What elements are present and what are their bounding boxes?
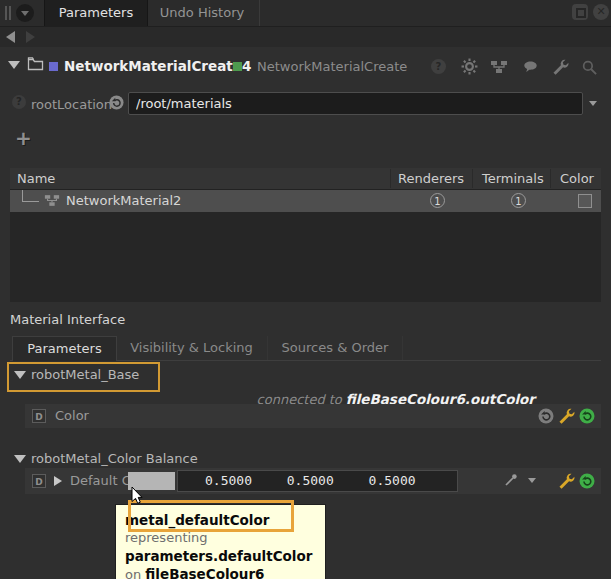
material-name: NetworkMaterial2: [66, 190, 181, 212]
highlight-box-tooltip: [128, 500, 294, 532]
value-b[interactable]: 0.5000: [369, 471, 416, 491]
forward-arrow-icon[interactable]: [26, 31, 35, 43]
node-flag-blue[interactable]: [49, 62, 58, 71]
back-arrow-icon[interactable]: [6, 31, 15, 43]
tab-undo-history[interactable]: Undo History: [146, 0, 258, 26]
drag-grip-icon[interactable]: [9, 6, 11, 20]
tooltip-param-path: parameters.defaultColor: [125, 547, 325, 565]
materials-table: Name Renderers Terminals Color NetworkMa…: [10, 168, 601, 302]
group-collapse-toggle[interactable]: [14, 455, 26, 463]
help-icon[interactable]: ?: [12, 95, 26, 109]
state-green-icon[interactable]: [579, 473, 595, 489]
tooltip-node-line: on fileBaseColour6: [125, 565, 325, 579]
network-material-icon: [44, 194, 60, 207]
group-name-color-balance[interactable]: robotMetal_Color Balance: [31, 451, 198, 466]
folder-icon: [27, 56, 44, 71]
column-renderers: Renderers: [398, 168, 464, 189]
mouse-cursor-icon: [131, 486, 145, 506]
parameters-panel: Parameters Undo History ✕ NetworkMateria…: [0, 0, 611, 579]
column-separator: [472, 169, 473, 188]
wrench-icon[interactable]: [551, 58, 569, 76]
column-separator: [390, 169, 391, 188]
drag-grip-icon[interactable]: [5, 6, 7, 20]
tab-separator: [259, 0, 260, 26]
tree-branch-icon: [22, 190, 23, 201]
param-label-color: Color: [55, 408, 89, 423]
chevron-down-icon[interactable]: [589, 101, 597, 106]
node-name[interactable]: NetworkMaterialCreate4: [64, 58, 251, 74]
panel-menu-button[interactable]: [16, 4, 34, 22]
tooltip-on-prefix: on: [125, 567, 141, 579]
add-material-button[interactable]: +: [15, 126, 32, 150]
gear-icon[interactable]: [461, 58, 478, 75]
expand-toggle[interactable]: [54, 476, 62, 486]
panel-tab-bar: Parameters Undo History ✕: [0, 0, 611, 27]
value-r[interactable]: 0.5000: [205, 471, 252, 491]
drag-handle-badge[interactable]: D: [32, 409, 46, 423]
chevron-down-icon[interactable]: [528, 478, 536, 483]
column-color: Color: [560, 168, 594, 189]
comment-bubble-icon[interactable]: [522, 59, 539, 75]
wrench-gold-icon[interactable]: [557, 472, 575, 490]
table-header: Name Renderers Terminals Color: [10, 168, 601, 190]
mi-tab-visibility-locking[interactable]: Visibility & Locking: [116, 336, 268, 360]
color-checkbox[interactable]: [578, 194, 592, 208]
column-terminals: Terminals: [482, 168, 544, 189]
tab-parameters[interactable]: Parameters: [44, 0, 148, 26]
chevron-right-icon: [54, 476, 62, 486]
chevron-down-icon: [21, 11, 29, 16]
color-value-field[interactable]: 0.5000 0.5000 0.5000: [177, 470, 458, 492]
node-flag-green[interactable]: [233, 62, 242, 71]
state-green-icon[interactable]: [579, 408, 595, 424]
reset-arrow-icon[interactable]: [538, 408, 554, 424]
wrench-gold-icon[interactable]: [557, 407, 575, 425]
close-icon[interactable]: ✕: [593, 4, 609, 20]
column-separator: [550, 169, 551, 188]
tooltip-node-name: fileBaseColour6: [145, 566, 264, 579]
tab-label: Parameters: [59, 5, 133, 20]
tab-label: Sources & Order: [282, 340, 389, 355]
value-g[interactable]: 0.5000: [287, 471, 334, 491]
node-collapse-toggle[interactable]: [8, 61, 20, 69]
param-row-default-color: D Default Color 0.5000 0.5000 0.5000: [25, 468, 601, 494]
renderers-count-badge[interactable]: 1: [430, 193, 445, 208]
mi-tab-parameters[interactable]: Parameters: [12, 336, 117, 361]
tab-label: Undo History: [160, 5, 244, 20]
root-location-label: rootLocation: [31, 97, 112, 112]
tree-branch-icon: [22, 201, 39, 202]
eyedropper-icon[interactable]: [503, 472, 519, 488]
chevron-down-icon: [14, 455, 26, 463]
column-name: Name: [17, 168, 55, 189]
float-panel-button[interactable]: [572, 4, 588, 20]
search-icon[interactable]: [581, 59, 598, 76]
highlight-box-group: [7, 362, 160, 392]
param-row-color: D Color: [25, 404, 601, 428]
drag-handle-badge[interactable]: D: [32, 474, 46, 488]
chevron-down-icon: [8, 61, 20, 69]
mi-tab-sources-order[interactable]: Sources & Order: [268, 336, 403, 360]
root-location-input[interactable]: [128, 92, 583, 115]
tab-label: Parameters: [27, 341, 101, 356]
reset-arrow-icon[interactable]: [109, 95, 124, 110]
table-row[interactable]: NetworkMaterial2 1 1: [10, 190, 601, 212]
help-icon[interactable]: ?: [431, 59, 446, 74]
terminals-count-badge[interactable]: 1: [511, 193, 526, 208]
section-title: Material Interface: [10, 312, 125, 327]
history-nav-row: [0, 27, 611, 47]
node-type-label: NetworkMaterialCreate: [257, 59, 407, 74]
node-graph-icon[interactable]: [490, 60, 508, 74]
tab-label: Visibility & Locking: [130, 340, 253, 355]
